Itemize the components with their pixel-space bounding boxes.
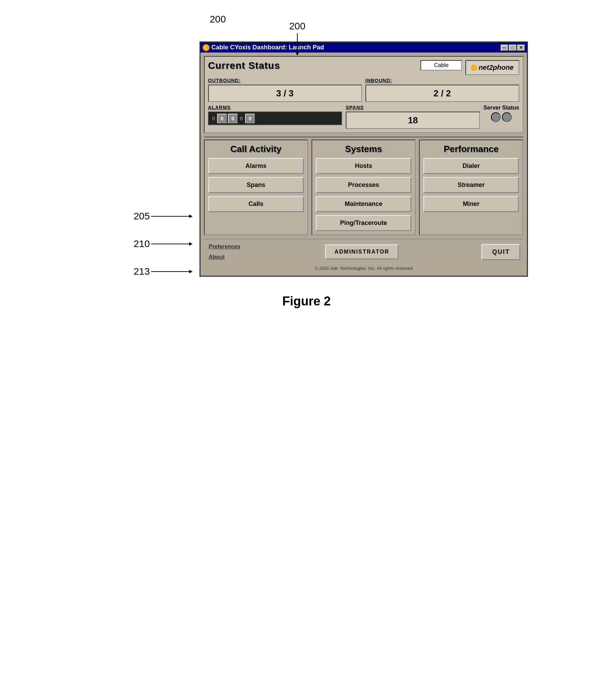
alarm-0: 0 — [211, 116, 216, 121]
ping-traceroute-button[interactable]: Ping/Traceroute — [316, 215, 411, 231]
title-buttons: — □ ✕ — [501, 45, 525, 51]
systems-panel: Systems Hosts Processes Maintenance Ping… — [312, 140, 416, 235]
alarms-button[interactable]: Alarms — [208, 158, 304, 174]
panels-section: Call Activity Alarms Spans Calls Systems — [204, 140, 523, 235]
performance-panel: Performance Dialer Streamer Miner — [419, 140, 523, 235]
alarms-group: ALARMS 0 0 0 0 0 — [208, 105, 342, 125]
server-status-label: Server Status — [483, 105, 519, 111]
spans-group: SPANS 18 — [346, 105, 480, 129]
status-title: Current Status — [208, 60, 417, 71]
spans-label: SPANS — [346, 105, 480, 110]
title-bar: i Cable CYoxis Dashboard: Launch Pad — □… — [201, 42, 527, 53]
divider — [204, 136, 523, 138]
annotation-200-text: 200 — [289, 21, 306, 32]
net2phone-icon: i — [471, 65, 477, 71]
window-icon-letter: i — [205, 45, 206, 50]
spans-value: 18 — [346, 112, 480, 129]
window-content: Current Status Cable i net2phone — [201, 53, 527, 276]
calls-button[interactable]: Calls — [208, 196, 304, 212]
server-circle-1 — [491, 112, 501, 122]
alarm-3: 0 — [239, 116, 244, 121]
net2phone-label: net2phone — [479, 64, 513, 72]
window-icon: i — [203, 44, 210, 51]
systems-title: Systems — [316, 144, 411, 154]
alarm-box-4: 0 — [245, 114, 255, 123]
alarms-boxes: 0 0 0 0 0 — [208, 112, 342, 125]
processes-button[interactable]: Processes — [316, 177, 411, 193]
hosts-button[interactable]: Hosts — [316, 158, 411, 174]
performance-buttons: Dialer Streamer Miner — [423, 158, 519, 212]
miner-button[interactable]: Miner — [423, 196, 519, 212]
annotation-210: 210 — [134, 238, 193, 249]
net2phone-box: i net2phone — [465, 60, 519, 75]
alarms-label: ALARMS — [208, 105, 342, 110]
copyright-text: © 2001 Adir Technologies, Inc. All right… — [204, 264, 523, 272]
call-activity-buttons: Alarms Spans Calls — [208, 158, 304, 212]
call-activity-title: Call Activity — [208, 144, 304, 154]
minimize-button[interactable]: — — [501, 45, 508, 51]
svg-marker-3 — [189, 242, 193, 246]
cable-input[interactable]: Cable — [420, 60, 462, 70]
restore-button[interactable]: □ — [509, 45, 517, 51]
server-circle-2 — [502, 112, 512, 122]
bottom-section: Preferences About ADMINISTRATOR QUIT — [204, 239, 523, 264]
inbound-label: INBOUND: — [365, 78, 519, 83]
annotation-205: 205 — [134, 211, 193, 222]
outbound-label: OUTBOUND: — [208, 78, 362, 83]
annotation-210-label: 210 — [134, 238, 150, 249]
annotation-213: 213 — [134, 266, 193, 277]
about-link[interactable]: About — [207, 253, 243, 262]
dialer-button[interactable]: Dialer — [423, 158, 519, 174]
outbound-value: 3 / 3 — [208, 85, 362, 102]
svg-marker-1 — [189, 215, 193, 218]
bottom-left: Preferences About — [207, 242, 243, 262]
server-circles — [491, 112, 512, 122]
inbound-value: 2 / 2 — [365, 85, 519, 102]
outbound-group: OUTBOUND: 3 / 3 — [208, 78, 362, 102]
annotation-205-label: 205 — [134, 211, 150, 222]
status-section: Current Status Cable i net2phone — [204, 56, 523, 133]
administrator-button[interactable]: ADMINISTRATOR — [325, 244, 399, 259]
quit-button[interactable]: QUIT — [481, 244, 520, 260]
close-button[interactable]: ✕ — [517, 45, 525, 51]
figure-caption: Figure 2 — [282, 294, 331, 308]
alarm-box-1: 0 — [217, 114, 227, 123]
preferences-link[interactable]: Preferences — [207, 242, 243, 251]
performance-title: Performance — [423, 144, 519, 154]
inbound-group: INBOUND: 2 / 2 — [365, 78, 519, 102]
annotation-200: 200 — [289, 21, 306, 54]
alarm-box-2: 0 — [228, 114, 238, 123]
systems-buttons: Hosts Processes Maintenance Ping/Tracero… — [316, 158, 411, 231]
window-title: Cable CYoxis Dashboard: Launch Pad — [212, 44, 324, 51]
annotation-213-label: 213 — [134, 266, 150, 277]
call-activity-panel: Call Activity Alarms Spans Calls — [204, 140, 308, 235]
annotation-200-label: 200 — [210, 14, 226, 25]
bottom-right: QUIT — [481, 244, 520, 260]
main-window: i Cable CYoxis Dashboard: Launch Pad — □… — [199, 41, 528, 277]
maintenance-button[interactable]: Maintenance — [316, 196, 411, 212]
bottom-center: ADMINISTRATOR — [325, 244, 399, 259]
streamer-button[interactable]: Streamer — [423, 177, 519, 193]
spans-button[interactable]: Spans — [208, 177, 304, 193]
svg-marker-5 — [189, 270, 193, 273]
server-status-group: Server Status — [483, 105, 519, 122]
